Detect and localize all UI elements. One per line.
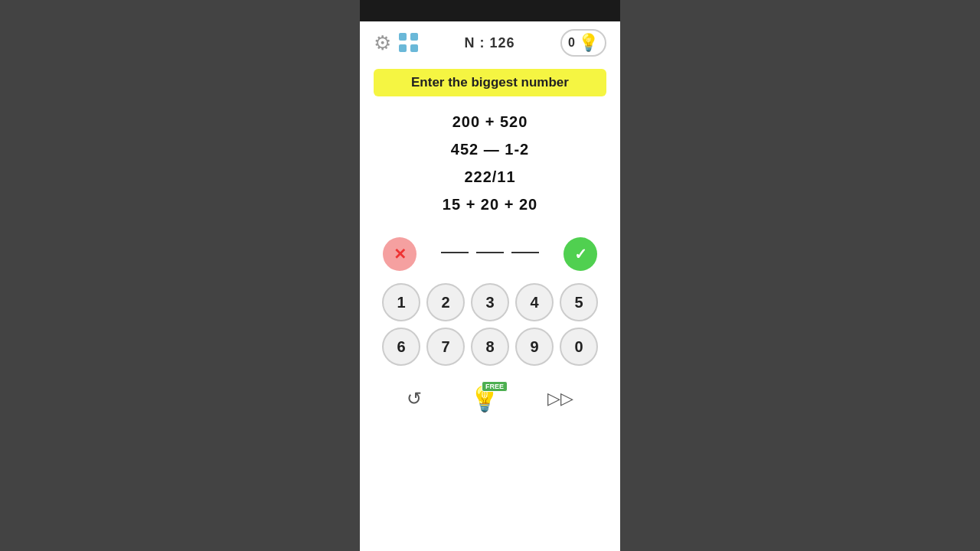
confirm-button[interactable]	[564, 237, 597, 271]
question-text: Enter the biggest number	[411, 75, 569, 90]
restart-button[interactable]: ↺	[407, 388, 422, 409]
cancel-button[interactable]	[383, 237, 416, 271]
check-icon	[574, 245, 587, 263]
left-overlay	[0, 0, 360, 551]
level-display: N : 126	[465, 35, 515, 51]
numpad-row-1: 1 2 3 4 5	[382, 283, 598, 321]
question-banner: Enter the biggest number	[374, 69, 606, 96]
equation-2: 452 — 1-2	[451, 136, 529, 162]
answer-row	[360, 228, 620, 280]
num-button-5[interactable]: 5	[560, 283, 598, 321]
equation-1: 200 + 520	[452, 109, 528, 135]
num-button-8[interactable]: 8	[471, 328, 509, 366]
settings-icon[interactable]: ⚙	[374, 31, 391, 55]
numpad-row-2: 6 7 8 9 0	[382, 328, 598, 366]
num-button-6[interactable]: 6	[382, 328, 420, 366]
grid-icon[interactable]	[399, 33, 419, 53]
hint-count-value: 0	[568, 36, 575, 50]
grid-dot	[399, 33, 407, 41]
grid-dot	[410, 44, 418, 52]
num-button-9[interactable]: 9	[515, 328, 554, 366]
right-overlay	[620, 0, 980, 551]
num-button-2[interactable]: 2	[426, 283, 465, 321]
phone-screen: ⚙ N : 126 0 💡 Enter the biggest number 2…	[360, 0, 620, 551]
num-button-3[interactable]: 3	[471, 283, 509, 321]
equation-3: 222/11	[464, 164, 515, 190]
bulb-icon: 💡	[578, 33, 599, 53]
answer-slots	[441, 252, 539, 256]
equation-4: 15 + 20 + 20	[443, 191, 537, 217]
hint-button[interactable]: FREE 💡	[469, 384, 500, 413]
answer-slot-3	[511, 252, 539, 253]
header-left: ⚙	[374, 31, 419, 55]
answer-slot-2	[476, 252, 504, 253]
num-button-0[interactable]: 0	[560, 328, 598, 366]
skip-button[interactable]: ▷▷	[547, 389, 573, 409]
equations-area: 200 + 520 452 — 1-2 222/11 15 + 20 + 20	[360, 103, 620, 220]
header: ⚙ N : 126 0 💡	[360, 21, 620, 61]
top-bar	[360, 0, 620, 21]
free-badge: FREE	[482, 381, 508, 392]
grid-dot	[399, 44, 407, 52]
numpad: 1 2 3 4 5 6 7 8 9 0	[382, 283, 598, 366]
x-icon	[394, 245, 407, 263]
grid-dot	[410, 33, 418, 41]
num-button-1[interactable]: 1	[382, 283, 420, 321]
bottom-bar: ↺ FREE 💡 ▷▷	[360, 373, 620, 421]
num-button-7[interactable]: 7	[426, 328, 465, 366]
num-button-4[interactable]: 4	[515, 283, 554, 321]
hint-counter: 0 💡	[560, 29, 606, 57]
answer-slot-1	[441, 252, 469, 253]
